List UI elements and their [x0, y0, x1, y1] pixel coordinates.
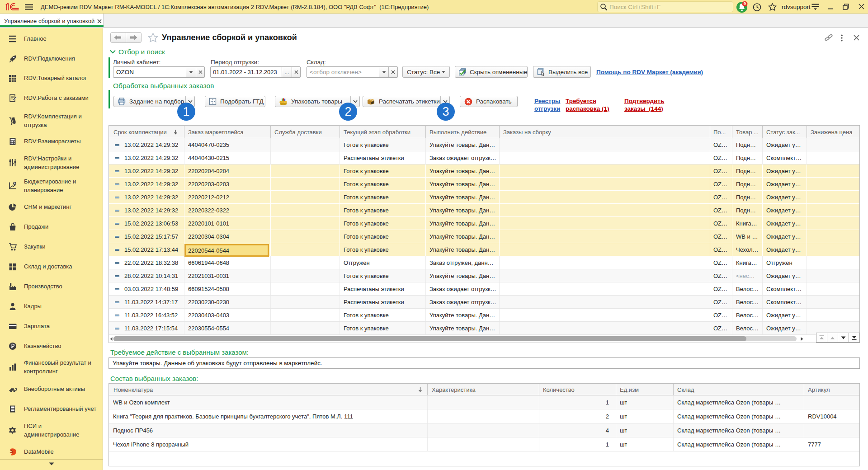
svg-text:9: 9: [744, 1, 746, 6]
